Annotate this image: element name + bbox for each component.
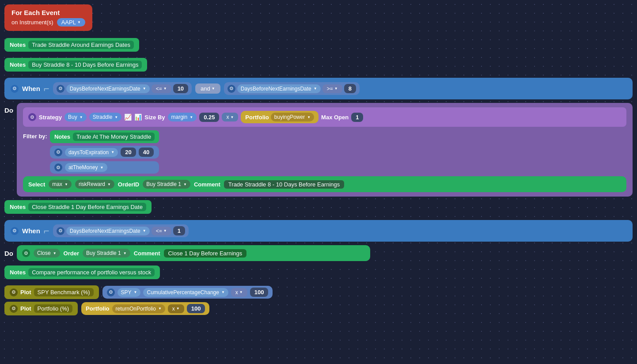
select-comment-text: Trade Straddle 8 - 10 Days Before Earnin… bbox=[224, 180, 344, 189]
do2-order-id[interactable]: Buy Straddle 1 bbox=[83, 249, 130, 258]
notes3-text: Close Straddle 1 Day Before Earnings Dat… bbox=[28, 203, 146, 211]
plot1-value[interactable]: 100 bbox=[250, 288, 269, 297]
do2-comment-text: Close 1 Day Before Earnings bbox=[164, 249, 247, 258]
plot1-field1[interactable]: SPY bbox=[118, 288, 141, 297]
strategy-label: Strategy bbox=[39, 114, 62, 121]
plot2-multiply-op[interactable]: x bbox=[168, 304, 184, 313]
select-label: Select bbox=[28, 181, 45, 188]
and-connector[interactable]: and bbox=[195, 83, 220, 94]
filter-notes-label: Notes bbox=[54, 133, 70, 140]
strategy-type[interactable]: Straddle bbox=[89, 113, 122, 121]
plot1-title: SPY Benchmark (%) bbox=[34, 288, 94, 296]
do-label: Do bbox=[4, 106, 13, 114]
notes1-label: Notes bbox=[10, 42, 26, 48]
gear-plot1[interactable]: ⚙ bbox=[10, 288, 18, 296]
do2-order-label: Order bbox=[64, 250, 79, 257]
size-by-dropdown[interactable]: margin bbox=[168, 113, 197, 121]
select-field[interactable]: riskReward bbox=[75, 180, 114, 189]
dte-field[interactable]: daysToExpiration bbox=[65, 148, 118, 157]
when1-op1[interactable]: <= bbox=[152, 84, 171, 93]
select-func[interactable]: max bbox=[49, 180, 72, 189]
gear-plot1-inner[interactable]: ⚙ bbox=[107, 288, 115, 296]
gear-when2[interactable]: ⚙ bbox=[11, 227, 19, 235]
portfolio-field[interactable]: buyingPower bbox=[271, 113, 314, 121]
when1-val1[interactable]: 10 bbox=[173, 84, 188, 93]
strategy-action[interactable]: Buy bbox=[64, 113, 87, 121]
instrument-dropdown[interactable]: AAPL bbox=[57, 18, 85, 27]
plot1-label: Plot bbox=[20, 289, 31, 296]
when1-label: When bbox=[22, 85, 40, 92]
notes1-text: Trade Straddle Around Earnings Dates bbox=[28, 41, 134, 49]
when1-field1[interactable]: DaysBeforeNextEarningsDate bbox=[66, 84, 150, 93]
max-open-value[interactable]: 1 bbox=[351, 113, 363, 122]
gear-do2[interactable]: ⚙ bbox=[22, 249, 30, 257]
filter-notes-text: Trade At The Money Straddle bbox=[73, 133, 155, 141]
do2-comment-label: Comment bbox=[134, 250, 160, 257]
when2-field[interactable]: DaysBeforeNextEarningsDate bbox=[66, 227, 150, 235]
chart-icon2: 📊 bbox=[134, 114, 142, 121]
max-open-label: Max Open bbox=[321, 114, 349, 121]
notes4-label: Notes bbox=[10, 269, 26, 276]
gear-cond2[interactable]: ⚙ bbox=[228, 85, 235, 93]
gear-plot2[interactable]: ⚙ bbox=[10, 305, 18, 313]
gear-atm[interactable]: ⚙ bbox=[54, 163, 62, 171]
select-orderid-label: OrderID bbox=[118, 181, 139, 188]
do2-label: Do bbox=[4, 250, 13, 257]
plot2-label: Plot bbox=[20, 305, 31, 312]
when2-val[interactable]: 1 bbox=[173, 226, 185, 235]
when2-label: When bbox=[22, 227, 40, 235]
filter-by-label: Filter by: bbox=[23, 133, 47, 140]
notes3-label: Notes bbox=[10, 204, 26, 210]
gear-strategy[interactable]: ⚙ bbox=[28, 113, 36, 121]
when1-op2[interactable]: >= bbox=[322, 84, 342, 93]
gear-cond-when2[interactable]: ⚙ bbox=[57, 227, 64, 235]
when1-val2[interactable]: 8 bbox=[344, 84, 356, 93]
plot1-field2[interactable]: CumulativePercentageChange bbox=[143, 288, 228, 297]
size-by-label: Size By bbox=[144, 114, 165, 121]
gear-cond1[interactable]: ⚙ bbox=[57, 85, 64, 93]
plot2-title: Portfolio (%) bbox=[34, 304, 73, 313]
plot1-multiply-op[interactable]: x bbox=[231, 288, 247, 297]
plot2-value[interactable]: 100 bbox=[187, 304, 205, 313]
dte-min[interactable]: 20 bbox=[121, 148, 136, 157]
notes4-text: Compare performance of portfolio versus … bbox=[28, 268, 155, 277]
when1-field2[interactable]: DaysBeforeNextEarningsDate bbox=[237, 84, 321, 93]
atm-field[interactable]: atTheMoney bbox=[65, 163, 107, 172]
portfolio-label-strategy: Portfolio bbox=[245, 114, 269, 121]
on-instrument-label: on Instrument(s) bbox=[11, 19, 53, 26]
chart-icon1: 📈 bbox=[124, 114, 132, 121]
notes2-text: Buy Straddle 8 - 10 Days Before Earnings bbox=[28, 61, 142, 69]
plot2-field[interactable]: returnOnPortfolio bbox=[112, 304, 165, 313]
plot2-portfolio-label: Portfolio bbox=[86, 305, 109, 312]
gear-dte[interactable]: ⚙ bbox=[54, 148, 62, 156]
strategy-multiplier[interactable]: 0.25 bbox=[199, 113, 219, 122]
for-each-label: For Each Event bbox=[11, 9, 85, 16]
select-orderid[interactable]: Buy Straddle 1 bbox=[143, 180, 190, 189]
do2-action[interactable]: Close bbox=[34, 249, 60, 258]
notes2-label: Notes bbox=[10, 61, 26, 68]
dte-max[interactable]: 40 bbox=[139, 148, 154, 157]
when2-op[interactable]: <= bbox=[152, 227, 171, 235]
strategy-multiply-op[interactable]: x bbox=[222, 113, 238, 121]
select-comment-label: Comment bbox=[194, 181, 220, 188]
gear-when1[interactable]: ⚙ bbox=[11, 85, 19, 93]
